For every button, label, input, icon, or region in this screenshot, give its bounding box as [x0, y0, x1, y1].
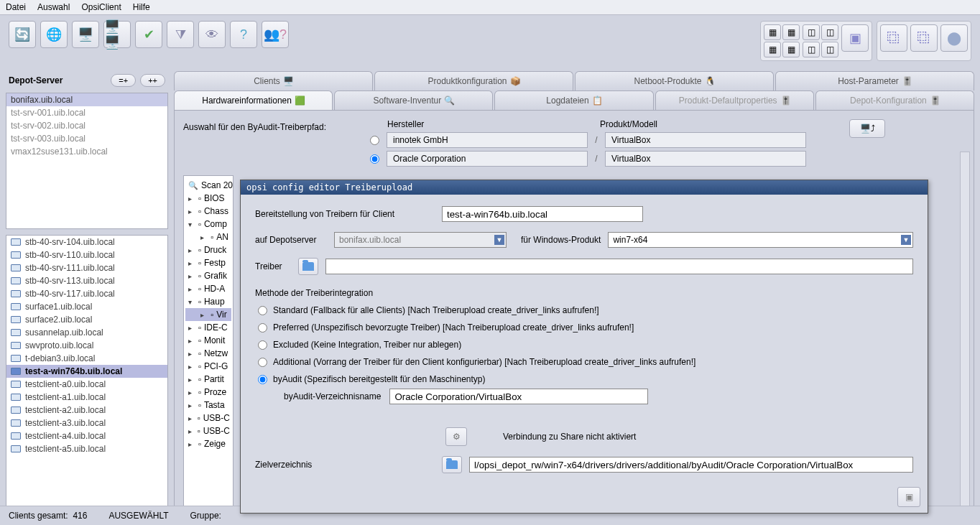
tree-item[interactable]: ▾▫Haup — [185, 295, 231, 308]
tree-toggle-icon[interactable]: ▸ — [188, 272, 195, 280]
tree-toggle-icon[interactable]: ▸ — [188, 440, 195, 448]
tree-item[interactable]: ▸▫Monit — [185, 334, 231, 347]
client-item[interactable]: stb-40-srv-110.uib.local — [6, 248, 167, 261]
tree-item[interactable]: ▸▫Chass — [185, 205, 231, 218]
users-help-button[interactable]: 👥? — [262, 21, 289, 48]
client-item[interactable]: testclient-a3.uib.local — [6, 417, 167, 429]
view-btn[interactable]: ▣ — [841, 24, 869, 52]
layout-btn[interactable]: ▦ — [782, 24, 800, 40]
client-item[interactable]: surface1.uib.local — [6, 300, 167, 313]
layers-btn[interactable]: ⿻ — [910, 24, 938, 52]
layout-btn[interactable]: ▦ — [764, 24, 781, 40]
tree-item[interactable]: ▸▫Vir — [185, 308, 231, 321]
method-preferred-radio[interactable] — [258, 323, 267, 333]
layout-btn[interactable]: ▦ — [764, 42, 781, 57]
tree-item[interactable]: ▸▫Grafik — [185, 269, 231, 282]
tab-hostparam[interactable]: Host-Parameter🎚️ — [775, 71, 974, 90]
tree-toggle-icon[interactable]: ▾ — [188, 298, 195, 306]
tab-logs[interactable]: Logdateien📋 — [494, 90, 653, 110]
layout-btn[interactable]: ◫ — [803, 42, 820, 57]
client-input[interactable] — [442, 206, 643, 222]
client-list[interactable]: stb-40-srv-104.uib.localstb-40-srv-110.u… — [6, 235, 168, 511]
tree-item[interactable]: ▸▫Netzw — [185, 347, 231, 360]
tab-prodkonf[interactable]: Produktkonfiguration📦 — [374, 71, 573, 90]
driver-upload-button[interactable]: 🖥️⤴ — [849, 119, 885, 138]
tree-item[interactable]: ▸▫IDE-C — [185, 321, 231, 334]
winprod-select[interactable]: win7-x64▼ — [608, 232, 913, 248]
sphere-btn[interactable]: ⬤ — [940, 24, 968, 52]
tree-item[interactable]: ▸▫USB-C — [185, 412, 231, 424]
byaudit-radio-1[interactable] — [370, 154, 379, 164]
hardware-tree[interactable]: 🔍Scan 20▸▫BIOS▸▫Chass▾▫Comp ▸▫AN▸▫Druck▸… — [183, 175, 234, 524]
client-item[interactable]: stb-40-srv-117.uib.local — [6, 287, 167, 300]
depot-item[interactable]: tst-srv-003.uib.local — [6, 132, 167, 145]
byaudit-dir-input[interactable] — [389, 389, 648, 404]
client-item[interactable]: testclient-a5.uib.local — [6, 442, 167, 455]
depot-item[interactable]: bonifax.uib.local — [6, 93, 167, 106]
tree-toggle-icon[interactable]: ▸ — [188, 427, 195, 435]
tree-item[interactable]: ▸▫Druck — [185, 243, 231, 256]
filter-button[interactable]: ⧩ — [167, 21, 194, 48]
search-button[interactable]: 👁 — [198, 21, 226, 48]
tree-item[interactable]: ▸▫Proze — [185, 386, 231, 399]
tree-toggle-icon[interactable]: ▸ — [188, 246, 195, 254]
menu-file[interactable]: Datei — [6, 2, 26, 12]
byaudit-radio-0[interactable] — [370, 136, 379, 145]
tree-root[interactable]: 🔍Scan 20 — [185, 179, 231, 192]
client-item[interactable]: stb-40-srv-113.uib.local — [6, 274, 167, 287]
client-item[interactable]: surface2.uib.local — [6, 313, 167, 326]
menu-selection[interactable]: Auswahl — [37, 2, 70, 12]
driver-path-input[interactable] — [325, 259, 913, 274]
tree-item[interactable]: ▸▫AN — [185, 231, 231, 243]
tree-item[interactable]: ▸▫Festp — [185, 256, 231, 269]
client-item[interactable]: susannelap.uib.local — [6, 326, 167, 339]
copy-btn[interactable]: ⿻ — [880, 24, 907, 52]
method-byaudit-radio[interactable] — [258, 375, 267, 384]
client-item[interactable]: testclient-a1.uib.local — [6, 391, 167, 404]
method-excluded-radio[interactable] — [258, 340, 267, 350]
client-item[interactable]: testclient-a0.uib.local — [6, 378, 167, 391]
tree-toggle-icon[interactable]: ▸ — [188, 389, 195, 396]
tree-toggle-icon[interactable]: ▸ — [188, 208, 195, 215]
method-additional-radio[interactable] — [258, 358, 267, 367]
tree-toggle-icon[interactable]: ▸ — [188, 285, 195, 293]
tab-netboot[interactable]: Netboot-Produkte🐧 — [575, 71, 774, 90]
tree-toggle-icon[interactable]: ▸ — [188, 414, 195, 422]
tree-item[interactable]: ▸▫BIOS — [185, 192, 231, 205]
driver-browse-button[interactable] — [298, 258, 318, 275]
help-button[interactable]: ? — [230, 21, 257, 48]
gear-button[interactable]: ⚙ — [445, 427, 467, 446]
vertical-scrollbar[interactable] — [960, 152, 970, 525]
tab-hwinfo[interactable]: Hardwareinformationen🟩 — [174, 90, 333, 110]
tree-item[interactable]: ▸▫USB-C — [185, 424, 231, 437]
client-item[interactable]: stb-40-srv-111.uib.local — [6, 261, 167, 274]
tree-toggle-icon[interactable]: ▸ — [200, 233, 208, 241]
tree-toggle-icon[interactable]: ▸ — [200, 311, 208, 319]
depot-assign-button[interactable]: =+ — [111, 74, 136, 87]
client-item[interactable]: stb-40-srv-104.uib.local — [6, 236, 167, 248]
tree-toggle-icon[interactable]: ▸ — [188, 337, 195, 345]
execute-button[interactable]: ▣ — [897, 487, 920, 507]
depot-add-button[interactable]: ++ — [140, 74, 165, 87]
target-browse-button[interactable] — [442, 456, 462, 473]
tree-toggle-icon[interactable]: ▾ — [188, 220, 195, 228]
refresh-button[interactable]: 🔄 — [9, 21, 36, 48]
tree-toggle-icon[interactable]: ▸ — [188, 376, 195, 384]
tree-item[interactable]: ▸▫HD-A — [185, 282, 231, 295]
layout-btn[interactable]: ◫ — [803, 24, 820, 40]
depot-item[interactable]: vmax12suse131.uib.local — [6, 145, 167, 158]
add-client-button[interactable]: 🖥️ — [72, 21, 99, 48]
client-item[interactable]: testclient-a4.uib.local — [6, 429, 167, 442]
tree-item[interactable]: ▸▫Partit — [185, 373, 231, 386]
method-standard-radio[interactable] — [258, 306, 267, 315]
tree-toggle-icon[interactable]: ▸ — [188, 350, 195, 358]
tree-toggle-icon[interactable]: ▸ — [188, 401, 195, 409]
tree-item[interactable]: ▸▫Zeige — [185, 437, 231, 450]
layout-btn[interactable]: ◫ — [821, 24, 838, 40]
client-item[interactable]: testclient-a2.uib.local — [6, 404, 167, 417]
client-item[interactable]: t-debian3.uib.local — [6, 352, 167, 365]
tab-clients[interactable]: Clients🖥️ — [174, 71, 373, 90]
check-button[interactable]: ✔ — [135, 21, 162, 48]
tree-item[interactable]: ▾▫Comp — [185, 218, 231, 231]
tree-item[interactable]: ▸▫Tasta — [185, 399, 231, 412]
